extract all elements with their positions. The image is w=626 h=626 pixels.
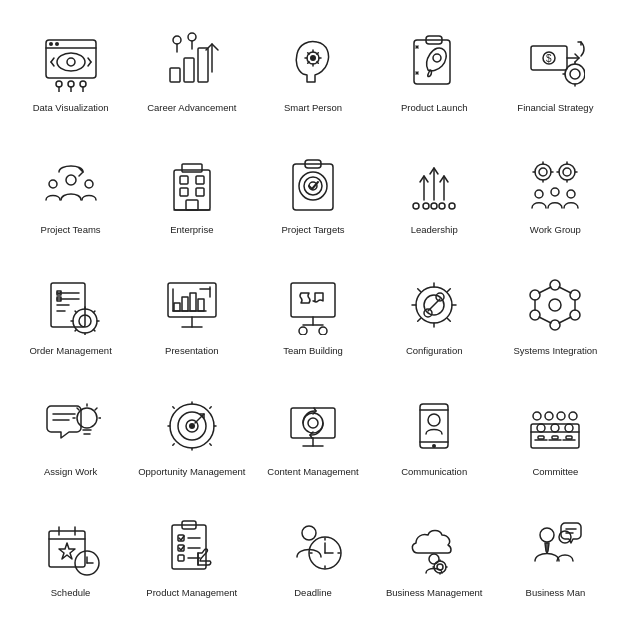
- project-teams-label: Project Teams: [41, 224, 101, 236]
- svg-point-46: [570, 69, 580, 79]
- business-man-icon: [519, 511, 591, 583]
- svg-rect-197: [49, 531, 85, 567]
- svg-point-82: [563, 168, 571, 176]
- svg-point-141: [530, 290, 540, 300]
- svg-point-121: [299, 327, 307, 335]
- icon-cell-product-launch[interactable]: Product Launch: [374, 10, 495, 131]
- svg-point-181: [432, 444, 436, 448]
- product-launch-label: Product Launch: [401, 102, 468, 114]
- svg-line-165: [173, 407, 174, 408]
- configuration-label: Configuration: [406, 345, 463, 357]
- svg-rect-55: [180, 176, 188, 184]
- svg-point-185: [551, 424, 559, 432]
- financial-strategy-label: Financial Strategy: [517, 102, 593, 114]
- svg-line-156: [77, 408, 79, 410]
- assign-work-icon: [35, 390, 107, 462]
- svg-marker-201: [59, 543, 75, 559]
- icon-cell-career-advancement[interactable]: Career Advancement: [131, 10, 252, 131]
- svg-point-186: [565, 424, 573, 432]
- icon-cell-opportunity-management[interactable]: Opportunity Management: [131, 374, 252, 495]
- icon-cell-project-teams[interactable]: Project Teams: [10, 131, 131, 252]
- svg-point-88: [551, 188, 559, 196]
- svg-rect-17: [184, 58, 194, 82]
- icon-cell-assign-work[interactable]: Assign Work: [10, 374, 131, 495]
- svg-line-167: [210, 407, 211, 408]
- business-management-icon: [398, 511, 470, 583]
- svg-point-71: [423, 203, 429, 209]
- committee-icon: [519, 390, 591, 462]
- svg-point-65: [304, 177, 322, 195]
- career-advancement-label: Career Advancement: [147, 102, 236, 114]
- svg-rect-211: [178, 555, 184, 561]
- deadline-label: Deadline: [294, 587, 332, 599]
- configuration-icon: [398, 269, 470, 341]
- svg-rect-16: [170, 68, 180, 82]
- svg-rect-58: [196, 188, 204, 196]
- data-visualization-icon: [35, 26, 107, 98]
- svg-line-147: [539, 287, 551, 293]
- svg-line-9: [88, 62, 91, 66]
- svg-rect-118: [291, 283, 335, 317]
- svg-rect-192: [566, 436, 572, 439]
- icon-cell-product-management[interactable]: Product Management: [131, 495, 252, 616]
- enterprise-icon: [156, 148, 228, 220]
- icon-cell-data-visualization[interactable]: Data Visualization: [10, 10, 131, 131]
- svg-line-31: [317, 62, 318, 63]
- smart-person-label: Smart Person: [284, 102, 342, 114]
- icon-cell-team-building[interactable]: Team Building: [252, 252, 373, 373]
- svg-point-4: [57, 53, 85, 71]
- svg-point-184: [537, 424, 545, 432]
- svg-point-138: [570, 310, 580, 320]
- svg-point-22: [188, 33, 196, 41]
- icon-cell-schedule[interactable]: Schedule: [10, 495, 131, 616]
- project-teams-icon: [35, 148, 107, 220]
- opportunity-management-icon: [156, 390, 228, 462]
- svg-line-33: [308, 62, 309, 63]
- svg-point-195: [557, 412, 565, 420]
- financial-strategy-icon: $: [519, 26, 591, 98]
- leadership-label: Leadership: [411, 224, 458, 236]
- svg-point-180: [428, 414, 440, 426]
- data-visualization-label: Data Visualization: [33, 102, 109, 114]
- svg-point-214: [302, 526, 316, 540]
- icon-cell-deadline[interactable]: Deadline: [252, 495, 373, 616]
- svg-line-145: [539, 317, 551, 323]
- icon-cell-configuration[interactable]: Configuration: [374, 252, 495, 373]
- svg-rect-110: [174, 303, 180, 311]
- svg-point-14: [80, 81, 86, 87]
- icon-cell-business-man[interactable]: Business Man: [495, 495, 616, 616]
- svg-point-52: [49, 180, 57, 188]
- icon-cell-work-group[interactable]: Work Group: [495, 131, 616, 252]
- icon-cell-business-management[interactable]: Business Management: [374, 495, 495, 616]
- icon-cell-systems-integration[interactable]: Systems Integration: [495, 252, 616, 373]
- team-building-icon: [277, 269, 349, 341]
- svg-rect-112: [190, 293, 196, 311]
- icon-cell-smart-person[interactable]: Smart Person: [252, 10, 373, 131]
- work-group-icon: [519, 148, 591, 220]
- svg-line-130: [448, 318, 451, 321]
- communication-icon: [398, 390, 470, 462]
- svg-rect-107: [168, 283, 216, 317]
- smart-person-icon: [277, 26, 349, 98]
- svg-point-193: [533, 412, 541, 420]
- icon-cell-leadership[interactable]: Leadership: [374, 131, 495, 252]
- icon-cell-financial-strategy[interactable]: $ Financial Strategy: [495, 10, 616, 131]
- svg-line-32: [317, 53, 318, 54]
- svg-line-129: [418, 289, 421, 292]
- svg-point-36: [433, 54, 441, 62]
- icon-cell-enterprise[interactable]: Enterprise: [131, 131, 252, 252]
- svg-line-166: [210, 444, 211, 445]
- icon-cell-order-management[interactable]: Order Management: [10, 252, 131, 373]
- icon-cell-committee[interactable]: Committee: [495, 374, 616, 495]
- icon-cell-project-targets[interactable]: Project Targets: [252, 131, 373, 252]
- svg-point-194: [545, 412, 553, 420]
- business-management-label: Business Management: [386, 587, 483, 599]
- team-building-label: Team Building: [283, 345, 343, 357]
- icon-cell-content-management[interactable]: Content Management: [252, 374, 373, 495]
- svg-point-5: [67, 58, 75, 66]
- svg-point-25: [310, 55, 316, 61]
- icon-cell-communication[interactable]: Communication: [374, 374, 495, 495]
- svg-point-89: [567, 190, 575, 198]
- svg-point-51: [66, 175, 76, 185]
- icon-cell-presentation[interactable]: Presentation: [131, 252, 252, 373]
